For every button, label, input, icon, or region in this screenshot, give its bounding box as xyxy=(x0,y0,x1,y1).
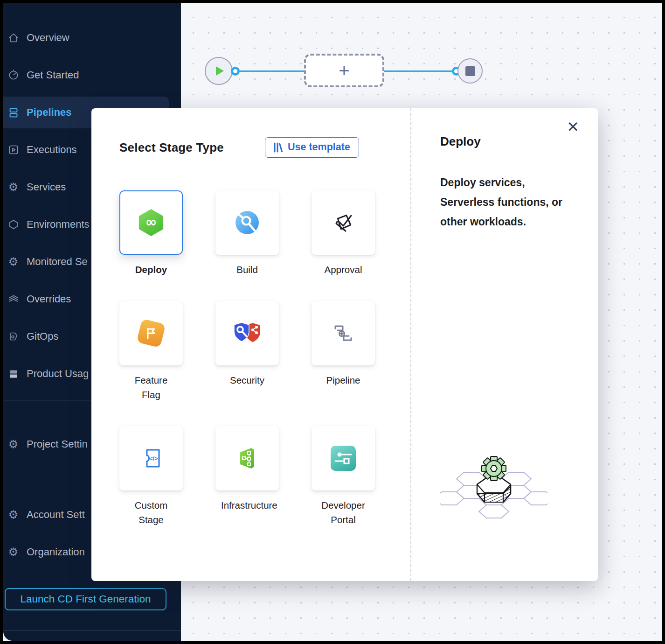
launch-button-label: Launch CD First Generation xyxy=(20,593,151,605)
stage-label: Deploy xyxy=(135,262,167,277)
rocket-icon xyxy=(7,69,20,82)
environments-icon xyxy=(7,218,20,231)
stage-detail-description: Deploy services, Serverless functions, o… xyxy=(440,173,580,231)
stage-card-developer-portal[interactable]: Developer Portal xyxy=(312,426,375,527)
app-frame: + Overview Get Started Pipelines xyxy=(3,3,662,641)
stage-card-feature-flag[interactable]: Feature Flag xyxy=(119,301,183,402)
stage-type-pane: Select Stage Type Use template ∞ Deploy xyxy=(91,108,410,581)
edge-add-to-end xyxy=(384,70,456,72)
sidebar-item-overview[interactable]: Overview xyxy=(3,27,181,49)
developer-portal-icon xyxy=(331,446,356,471)
feature-flag-icon xyxy=(136,318,166,348)
gear-icon: ⚙ xyxy=(7,509,20,521)
close-icon[interactable]: ✕ xyxy=(567,119,579,134)
stage-label: Developer Portal xyxy=(317,498,369,527)
gitops-icon xyxy=(7,330,20,343)
sidebar-item-label: Overrides xyxy=(27,293,71,305)
gear-icon: ⚙ xyxy=(7,181,20,194)
stage-label: Custom Stage xyxy=(125,498,177,527)
sidebar-item-label: Account Sett xyxy=(27,509,85,521)
infrastructure-icon xyxy=(235,446,260,471)
sidebar-item-label: Project Settin xyxy=(27,438,88,450)
connector-ring-start[interactable] xyxy=(231,67,240,76)
build-icon xyxy=(234,210,260,236)
executions-icon xyxy=(7,144,20,156)
sidebar-item-label: Get Started xyxy=(27,69,79,81)
stage-grid: ∞ Deploy xyxy=(119,190,375,527)
stage-detail-title: Deploy xyxy=(440,134,481,149)
stage-label: Security xyxy=(230,373,264,387)
svg-text:</>: </> xyxy=(149,455,158,462)
stage-label: Approval xyxy=(325,262,362,277)
stage-card-approval[interactable]: Approval xyxy=(312,190,375,277)
pipeline-icon xyxy=(332,322,355,345)
stage-detail-pane: ✕ Deploy Deploy services, Serverless fun… xyxy=(410,108,598,581)
modal-title: Select Stage Type xyxy=(119,140,224,155)
sidebar-item-label: Monitored Se xyxy=(27,256,88,268)
sidebar-item-label: Overview xyxy=(27,32,69,44)
home-icon xyxy=(7,32,20,44)
play-icon xyxy=(216,66,224,76)
security-icon xyxy=(233,322,262,345)
stage-card-build[interactable]: Build xyxy=(215,190,279,277)
product-usage-icon xyxy=(7,368,20,380)
stage-label: Feature Flag xyxy=(125,373,177,402)
sidebar-item-get-started[interactable]: Get Started xyxy=(3,64,181,86)
stop-icon xyxy=(465,66,475,76)
stage-card-deploy[interactable]: ∞ Deploy xyxy=(119,190,183,277)
deploy-illustration xyxy=(440,454,547,535)
sidebar-divider xyxy=(3,630,181,630)
add-stage-button[interactable]: + xyxy=(304,54,384,87)
gear-pulse-icon: ⚙ xyxy=(7,256,20,268)
gear-icon: ⚙ xyxy=(7,438,20,451)
pipeline-end-node[interactable] xyxy=(457,58,483,84)
edge-start-to-add xyxy=(235,70,304,72)
stage-card-custom-stage[interactable]: </> Custom Stage xyxy=(119,426,183,527)
use-template-label: Use template xyxy=(288,141,350,153)
template-library-icon xyxy=(273,142,283,153)
organization-icon: ⚙ xyxy=(7,546,20,559)
approval-icon xyxy=(330,210,356,236)
launch-cd-first-generation-button[interactable]: Launch CD First Generation xyxy=(5,588,166,610)
custom-stage-icon: </> xyxy=(139,446,164,471)
use-template-button[interactable]: Use template xyxy=(265,137,359,158)
sidebar-item-label: GitOps xyxy=(27,330,58,343)
pipelines-icon xyxy=(7,106,20,119)
select-stage-modal: Select Stage Type Use template ∞ Deploy xyxy=(91,108,598,581)
sidebar-item-label: Environments xyxy=(27,218,90,231)
pipeline-start-node[interactable] xyxy=(205,57,233,85)
sidebar-item-label: Executions xyxy=(27,144,77,156)
stage-label: Infrastructure xyxy=(221,498,273,512)
stage-label: Build xyxy=(236,262,258,277)
stage-card-infrastructure[interactable]: Infrastructure xyxy=(215,426,279,527)
sidebar-item-label: Product Usag xyxy=(27,368,89,380)
plus-icon: + xyxy=(339,60,349,81)
sidebar-item-label: Services xyxy=(27,181,66,193)
deploy-icon: ∞ xyxy=(138,209,165,236)
stage-card-security[interactable]: Security xyxy=(215,301,279,402)
stage-label: Pipeline xyxy=(326,373,360,387)
sidebar-item-label: Organization xyxy=(27,546,85,558)
sidebar-item-label: Pipelines xyxy=(27,106,72,119)
stage-card-pipeline[interactable]: Pipeline xyxy=(312,301,375,402)
layers-icon xyxy=(7,293,20,306)
